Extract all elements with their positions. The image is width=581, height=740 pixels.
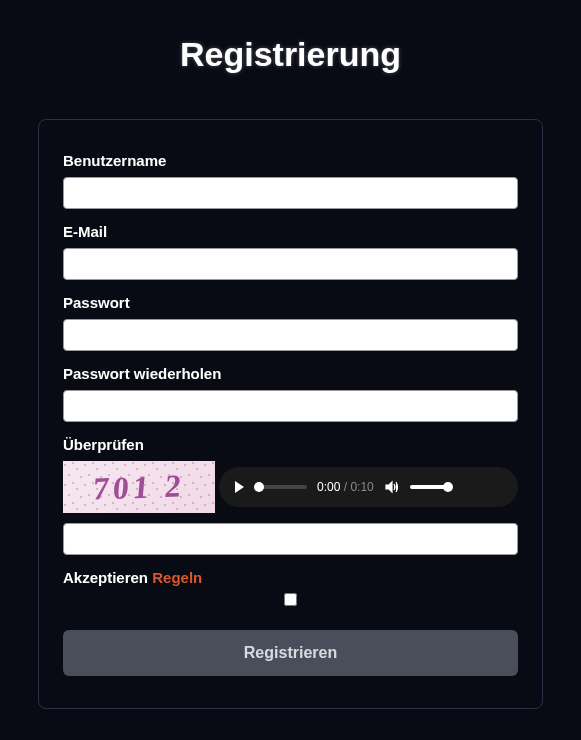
accept-label: Akzeptieren <box>63 569 152 586</box>
page-title: Registrierung <box>0 35 581 74</box>
email-label: E-Mail <box>63 223 518 240</box>
audio-current: 0:00 <box>317 480 340 494</box>
username-input[interactable] <box>63 177 518 209</box>
audio-time: 0:00 / 0:10 <box>317 480 374 494</box>
volume-slider[interactable] <box>410 485 450 489</box>
email-field: E-Mail <box>63 223 518 280</box>
password-repeat-label: Passwort wiederholen <box>63 365 518 382</box>
username-field: Benutzername <box>63 152 518 209</box>
audio-separator: / <box>340 480 350 494</box>
verify-input[interactable] <box>63 523 518 555</box>
password-repeat-field: Passwort wiederholen <box>63 365 518 422</box>
registration-form: Benutzername E-Mail Passwort Passwort wi… <box>38 119 543 709</box>
password-repeat-input[interactable] <box>63 390 518 422</box>
register-button[interactable]: Registrieren <box>63 630 518 676</box>
accept-checkbox[interactable] <box>284 593 297 606</box>
password-field: Passwort <box>63 294 518 351</box>
audio-progress[interactable] <box>257 485 307 489</box>
accept-row: Akzeptieren Regeln <box>63 569 518 586</box>
password-input[interactable] <box>63 319 518 351</box>
verify-field: Überprüfen 701 2 0:00 / 0:10 <box>63 436 518 555</box>
rules-link[interactable]: Regeln <box>152 569 202 586</box>
email-input[interactable] <box>63 248 518 280</box>
username-label: Benutzername <box>63 152 518 169</box>
audio-total: 0:10 <box>350 480 373 494</box>
captcha-text: 701 2 <box>63 461 215 513</box>
password-label: Passwort <box>63 294 518 311</box>
verify-label: Überprüfen <box>63 436 518 453</box>
play-icon[interactable] <box>231 479 247 495</box>
volume-icon[interactable] <box>384 479 400 495</box>
captcha-image: 701 2 <box>63 461 215 513</box>
captcha-audio-player: 0:00 / 0:10 <box>219 467 518 507</box>
